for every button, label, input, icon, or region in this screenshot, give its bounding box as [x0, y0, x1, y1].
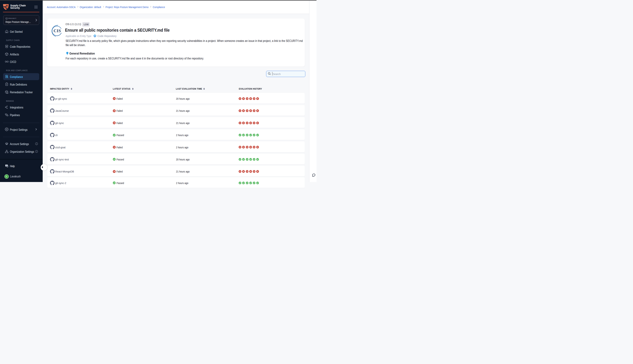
- svg-text:CIS: CIS: [54, 28, 61, 33]
- svg-text:?: ?: [6, 164, 7, 166]
